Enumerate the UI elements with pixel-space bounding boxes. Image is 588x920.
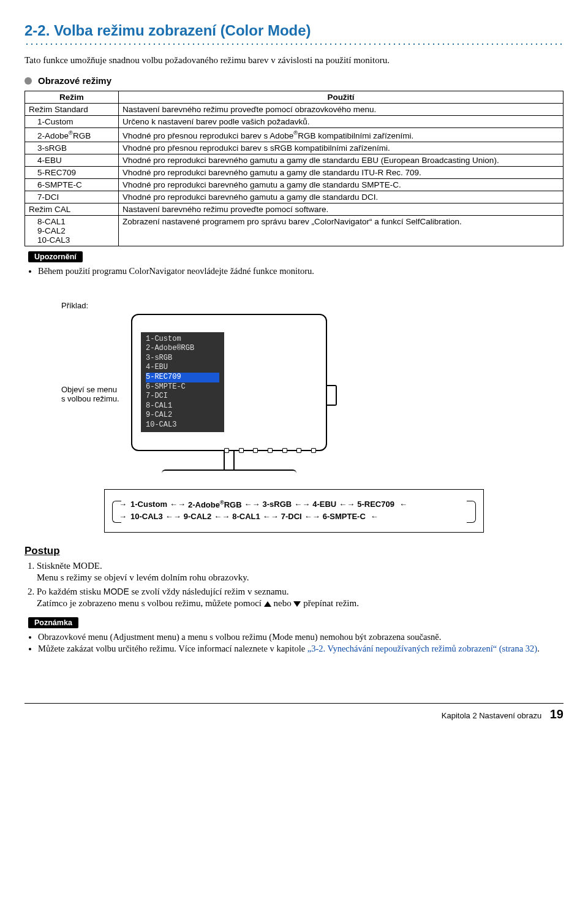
osd-item: 7-DCI xyxy=(146,392,219,401)
step-1-body: Menu s režimy se objeví v levém dolním r… xyxy=(37,572,564,583)
table-row: 4-EBUVhodné pro reprodukci barevného gam… xyxy=(25,154,564,166)
mode-cell: 5-REC709 xyxy=(25,166,119,178)
step-2-body: Zatímco je zobrazeno menu s volbou režim… xyxy=(37,598,564,609)
note-item-1: Obrazovkové menu (Adjustment menu) a men… xyxy=(38,632,564,642)
mode-cell: 3-sRGB xyxy=(25,142,119,154)
down-arrow-icon xyxy=(293,601,301,607)
table-row: 7-DCIVhodné pro reprodukci barevného gam… xyxy=(25,191,564,203)
osd-item: 4-EBU xyxy=(146,363,219,373)
cycle-item: 8-CAL1 xyxy=(232,512,260,521)
bullet-icon xyxy=(24,77,32,85)
table-row: 5-REC709Vhodné pro reprodukci barevného … xyxy=(25,166,564,178)
cycle-item: 10-CAL3 xyxy=(130,512,163,521)
cycle-item: 9-CAL2 xyxy=(184,512,212,521)
note-tag: Poznámka xyxy=(28,617,78,628)
footer-chapter: Kapitola 2 Nastavení obrazu xyxy=(442,711,541,720)
mode-cell: 4-EBU xyxy=(25,154,119,166)
mode-cell: 8-CAL19-CAL210-CAL3 xyxy=(25,215,119,246)
desc-cell: Vhodné pro přesnou reprodukci barev s sR… xyxy=(119,142,564,154)
table-row: 3-sRGBVhodné pro přesnou reprodukci bare… xyxy=(25,142,564,154)
dotted-divider xyxy=(24,42,564,47)
table-row: 8-CAL19-CAL210-CAL3Zobrazení nastavené p… xyxy=(25,215,564,246)
desc-cell: Vhodné pro reprodukci barevného gamutu a… xyxy=(119,178,564,191)
table-row: 2-Adobe®RGBVhodné pro přesnou reprodukci… xyxy=(25,128,564,142)
cycle-item: 1-Custom xyxy=(130,500,167,509)
desc-cell: Nastavení barevného režimu proveďte pomo… xyxy=(119,104,564,116)
desc-cell: Vhodné pro přesnou reprodukci barev s Ad… xyxy=(119,128,564,142)
modes-table: Režim Použití Režim StandardNastavení ba… xyxy=(24,91,564,246)
osd-item: 6-SMPTE-C xyxy=(146,382,219,392)
mode-cell: 7-DCI xyxy=(25,191,119,203)
osd-menu: 1-Custom2-Adobe®RGB3-sRGB4-EBU5-REC7096-… xyxy=(141,332,224,433)
osd-item: 8-CAL1 xyxy=(146,401,219,411)
monitor-illustration: 1-Custom2-Adobe®RGB3-sRGB4-EBU5-REC7096-… xyxy=(131,314,327,474)
cycle-item: 5-REC709 xyxy=(357,500,394,509)
cycle-item: 2-Adobe®RGB xyxy=(188,500,242,509)
footer-page-number: 19 xyxy=(550,707,564,721)
desc-cell: Určeno k nastavení barev podle vašich po… xyxy=(119,116,564,128)
osd-item: 5-REC709 xyxy=(146,373,219,382)
mode-cell: 2-Adobe®RGB xyxy=(25,128,119,142)
up-arrow-icon xyxy=(264,601,271,607)
note-item-2: Můžete zakázat volbu určitého režimu. Ví… xyxy=(38,644,564,654)
procedure-steps: Stiskněte MODE. Menu s režimy se objeví … xyxy=(24,561,564,609)
intro-text: Tato funkce umožňuje snadnou volbu požad… xyxy=(24,55,564,66)
cycle-item: 4-EBU xyxy=(312,500,336,509)
cycle-row-top: →1-Custom←→2-Adobe®RGB←→3-sRGB←→4-EBU←→5… xyxy=(116,500,471,509)
step-2: Po každém stisku MODE se zvolí vždy násl… xyxy=(37,587,564,609)
desc-cell: Vhodné pro reprodukci barevného gamutu a… xyxy=(119,154,564,166)
osd-item: 2-Adobe®RGB xyxy=(146,344,219,354)
mode-cell: 1-Custom xyxy=(25,116,119,128)
subsection-row: Obrazové režimy xyxy=(24,75,564,86)
mode-cell: Režim Standard xyxy=(25,104,119,116)
desc-cell: Zobrazení nastavené programem pro správu… xyxy=(119,215,564,246)
table-header-mode: Režim xyxy=(25,91,119,104)
mode-cycle-diagram: →1-Custom←→2-Adobe®RGB←→3-sRGB←→4-EBU←→5… xyxy=(104,489,484,533)
page-footer: Kapitola 2 Nastavení obrazu 19 xyxy=(24,703,564,721)
cycle-row-bottom: →10-CAL3←→9-CAL2←→8-CAL1←→7-DCI←→6-SMPTE… xyxy=(116,512,471,521)
step-1: Stiskněte MODE. Menu s režimy se objeví … xyxy=(37,561,564,583)
warning-list: Během použití programu ColorNavigator ne… xyxy=(27,266,564,276)
table-row: 6-SMPTE-CVhodné pro reprodukci barevného… xyxy=(25,178,564,191)
osd-item: 3-sRGB xyxy=(146,354,219,363)
cross-reference-link[interactable]: „3-2. Vynechávání nepoužívaných režimů z… xyxy=(307,644,537,653)
table-row: Režim StandardNastavení barevného režimu… xyxy=(25,104,564,116)
mode-cell: 6-SMPTE-C xyxy=(25,178,119,191)
desc-cell: Vhodné pro reprodukci barevného gamutu a… xyxy=(119,191,564,203)
table-header-usage: Použití xyxy=(119,91,564,104)
table-row: Režim CALNastavení barevného režimu prov… xyxy=(25,203,564,215)
monitor-side-port xyxy=(327,385,337,406)
cycle-item: 6-SMPTE-C xyxy=(323,512,366,521)
example-label: Příklad: xyxy=(61,301,564,310)
subsection-heading: Obrazové režimy xyxy=(38,75,111,86)
mode-cell: Režim CAL xyxy=(25,203,119,215)
cycle-item: 7-DCI xyxy=(281,512,302,521)
warning-tag: Upozornění xyxy=(28,251,83,262)
procedure-heading: Postup xyxy=(24,545,564,557)
osd-item: 9-CAL2 xyxy=(146,411,219,420)
monitor-buttons xyxy=(224,447,316,454)
osd-item: 10-CAL3 xyxy=(146,420,219,430)
desc-cell: Vhodné pro reprodukci barevného gamutu a… xyxy=(119,166,564,178)
warning-item: Během použití programu ColorNavigator ne… xyxy=(38,266,564,276)
table-row: 1-CustomUrčeno k nastavení barev podle v… xyxy=(25,116,564,128)
example-caption: Objeví se menu s volbou režimu. xyxy=(61,385,123,403)
note-list: Obrazovkové menu (Adjustment menu) a men… xyxy=(27,632,564,654)
section-title: 2-2. Volba režimu zobrazení (Color Mode) xyxy=(24,22,564,39)
desc-cell: Nastavení barevného režimu proveďte pomo… xyxy=(119,203,564,215)
osd-item: 1-Custom xyxy=(146,335,219,344)
cycle-item: 3-sRGB xyxy=(263,500,292,509)
